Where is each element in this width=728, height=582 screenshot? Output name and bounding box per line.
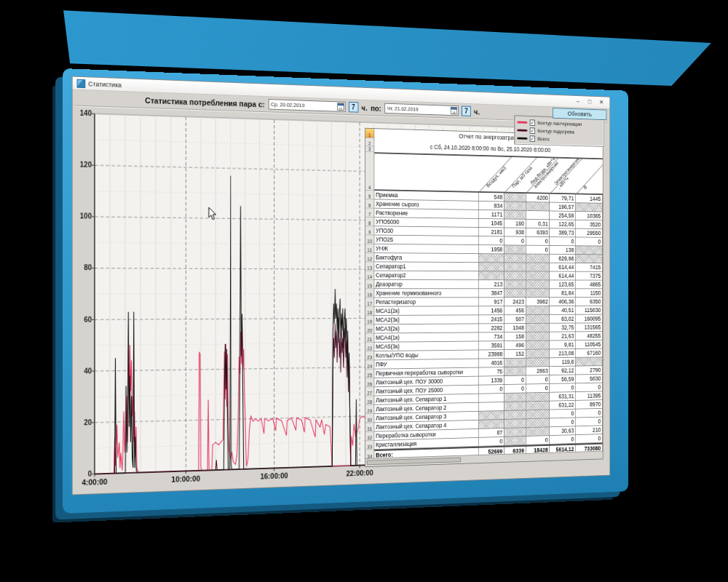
table-cell[interactable]: 3520	[576, 220, 603, 229]
table-cell[interactable]: 1958	[479, 245, 505, 254]
table-cell[interactable]: 83,02	[550, 315, 576, 324]
table-cell[interactable]: 631,31	[550, 392, 576, 402]
table-cell[interactable]	[576, 246, 603, 255]
table-cell[interactable]: 115030	[576, 306, 603, 315]
table-cell[interactable]: 0	[576, 237, 603, 246]
table-cell[interactable]: 0	[526, 375, 550, 384]
table-cell[interactable]	[479, 254, 505, 263]
table-cell[interactable]	[526, 418, 550, 428]
table-cell[interactable]	[526, 280, 550, 289]
table-cell[interactable]	[479, 263, 505, 271]
table-cell[interactable]: 1048	[505, 324, 526, 332]
table-cell[interactable]: 210	[576, 426, 603, 435]
refresh-button[interactable]: Обновить	[553, 108, 606, 120]
table-cell[interactable]: 2863	[526, 367, 550, 375]
row-number[interactable]: 19	[365, 316, 374, 324]
row-number[interactable]: 16	[365, 289, 374, 298]
table-cell[interactable]: 0,31	[526, 220, 550, 228]
calendar-icon[interactable]: 15	[337, 103, 344, 111]
table-cell[interactable]: 1339	[479, 376, 505, 386]
table-cell[interactable]: 21,63	[550, 332, 576, 340]
table-cell[interactable]: 614,44	[550, 272, 576, 281]
table-cell[interactable]: 406,36	[550, 298, 576, 306]
row-number[interactable]: 20	[365, 324, 374, 333]
table-cell[interactable]	[505, 436, 526, 446]
table-cell[interactable]	[505, 428, 526, 437]
table-cell[interactable]: 0	[526, 436, 550, 445]
table-cell[interactable]: 0	[505, 384, 526, 394]
table-cell[interactable]	[505, 402, 526, 411]
table-cell[interactable]	[526, 202, 550, 211]
table-cell[interactable]: 4865	[576, 280, 603, 289]
row-number[interactable]: 27	[365, 387, 374, 396]
table-cell[interactable]: 0	[550, 237, 576, 246]
table-cell[interactable]: 196,57	[550, 203, 576, 212]
table-cell[interactable]	[526, 340, 550, 349]
row-label-cell[interactable]: Хранение термизованного	[374, 289, 478, 298]
table-cell[interactable]: 2415	[479, 315, 505, 324]
table-cell[interactable]: 152	[505, 350, 526, 359]
table-cell[interactable]: 160	[505, 219, 526, 228]
row-label-cell[interactable]: Сепаратор2	[374, 271, 478, 281]
table-cell[interactable]: 0	[576, 434, 603, 444]
table-cell[interactable]: 122,65	[550, 220, 576, 228]
table-cell[interactable]	[526, 255, 550, 263]
table-cell[interactable]: 123,65	[550, 280, 576, 289]
table-cell[interactable]	[505, 271, 526, 280]
table-cell[interactable]: 3847	[479, 289, 505, 298]
table-cell[interactable]: 4200	[526, 194, 550, 202]
row-number[interactable]: 10	[365, 235, 374, 244]
table-cell[interactable]	[505, 193, 526, 202]
table-cell[interactable]	[576, 357, 603, 366]
table-cell[interactable]	[526, 332, 550, 341]
minimize-button[interactable]: ‒	[573, 97, 582, 106]
table-cell[interactable]: 7375	[576, 272, 603, 281]
table-cell[interactable]	[526, 271, 550, 280]
table-cell[interactable]: 5030	[576, 375, 603, 383]
row-number[interactable]: 8	[365, 218, 374, 226]
table-cell[interactable]: 79,71	[550, 194, 576, 203]
row-number[interactable]: 24	[365, 360, 374, 369]
table-cell[interactable]: 1456	[479, 306, 505, 315]
table-cell[interactable]: 0	[576, 418, 603, 427]
table-cell[interactable]	[526, 315, 550, 324]
table-cell[interactable]	[526, 324, 550, 332]
table-cell[interactable]: 0	[550, 418, 576, 427]
table-cell[interactable]: 4016	[479, 359, 505, 367]
row-label-cell[interactable]: Бактофуга	[374, 253, 478, 263]
table-cell[interactable]	[526, 393, 550, 402]
table-cell[interactable]: 938	[505, 228, 526, 236]
table-cell[interactable]: 3591	[479, 341, 505, 350]
table-cell[interactable]: 0	[550, 383, 576, 393]
table-cell[interactable]: 496	[505, 341, 526, 350]
row-number[interactable]: 32	[365, 432, 374, 442]
row-number[interactable]: 30	[365, 414, 374, 423]
table-cell[interactable]: 734	[479, 332, 505, 341]
to-date-input[interactable]: Чт, 21.02.2019 15	[384, 103, 458, 116]
table-cell[interactable]: 75	[479, 367, 505, 377]
row-number[interactable]: 25	[365, 370, 374, 378]
table-cell[interactable]: 56,59	[550, 375, 576, 383]
table-cell[interactable]: 614,44	[550, 263, 576, 272]
table-cell[interactable]: 389,73	[550, 228, 576, 237]
calendar-icon-2[interactable]: 15	[451, 107, 457, 115]
maximize-button[interactable]: □	[585, 97, 595, 106]
table-cell[interactable]: 11395	[576, 391, 603, 401]
table-cell[interactable]: 0	[526, 246, 550, 255]
table-cell[interactable]: 110545	[576, 340, 603, 349]
row-number[interactable]: 21	[365, 334, 374, 343]
row-number[interactable]: 2	[365, 138, 374, 147]
table-cell[interactable]	[505, 289, 526, 298]
table-cell[interactable]	[479, 271, 505, 280]
table-cell[interactable]	[505, 254, 526, 263]
table-cell[interactable]	[526, 289, 550, 298]
row-number[interactable]: 12	[365, 253, 374, 262]
table-cell[interactable]: 87	[479, 428, 505, 438]
table-cell[interactable]: 0	[550, 410, 576, 419]
table-cell[interactable]: 7415	[576, 263, 603, 272]
table-cell[interactable]: 6350	[576, 298, 603, 306]
table-cell[interactable]: 48255	[576, 332, 603, 340]
row-number[interactable]: 26	[365, 378, 374, 388]
to-hours-button[interactable]: 7	[462, 105, 471, 116]
table-cell[interactable]	[479, 394, 505, 403]
